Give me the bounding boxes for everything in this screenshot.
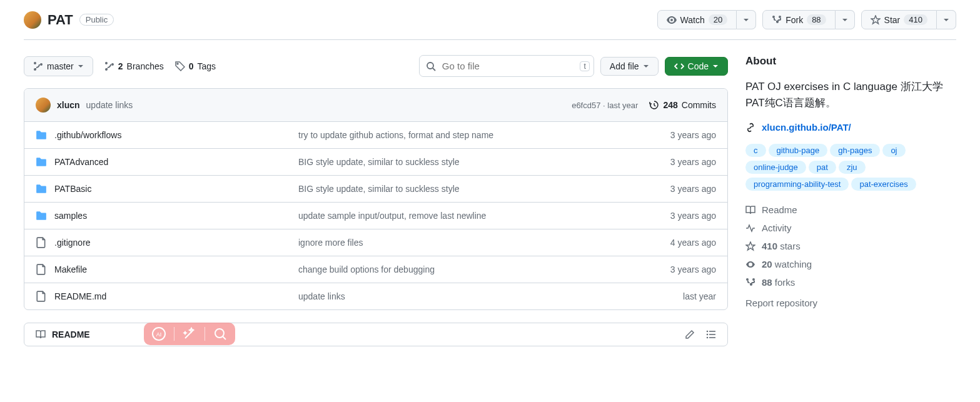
- topic-tag[interactable]: online-judge: [745, 161, 806, 174]
- activity-link[interactable]: Activity: [745, 223, 956, 233]
- caret-down-icon: [943, 17, 949, 23]
- file-name[interactable]: .gitignore: [54, 238, 91, 248]
- svg-point-2: [707, 331, 709, 333]
- svg-rect-5: [709, 334, 715, 335]
- tag-icon: [175, 61, 185, 71]
- search-kbd: t: [580, 61, 589, 71]
- branch-select-button[interactable]: master: [24, 56, 93, 76]
- star-icon: [745, 241, 755, 251]
- pulse-icon: [745, 223, 755, 233]
- topic-tag[interactable]: pat-exercises: [851, 178, 916, 191]
- watch-dropdown[interactable]: [737, 10, 756, 29]
- floating-ai-toolbar[interactable]: AI: [144, 323, 235, 345]
- readme-panel: README: [24, 323, 728, 346]
- star-icon: [871, 15, 881, 25]
- code-button[interactable]: Code: [665, 57, 728, 76]
- watch-button[interactable]: Watch 20: [657, 10, 737, 29]
- book-icon: [36, 329, 46, 339]
- watching-link[interactable]: 20 watching: [745, 259, 956, 269]
- file-name[interactable]: PATAdvanced: [54, 157, 108, 167]
- fork-icon: [772, 15, 782, 25]
- topic-tag[interactable]: zju: [839, 161, 866, 174]
- topic-tag[interactable]: pat: [809, 161, 836, 174]
- file-icon: [36, 291, 47, 302]
- repo-name[interactable]: PAT: [48, 12, 73, 28]
- file-row[interactable]: PATBasicBIG style update, similar to suc…: [24, 176, 727, 203]
- eye-icon: [667, 15, 677, 25]
- file-date: 3 years ago: [622, 157, 716, 167]
- readme-link[interactable]: Readme: [745, 204, 956, 215]
- owner-avatar[interactable]: [24, 11, 41, 29]
- caret-down-icon: [842, 17, 848, 23]
- tags-link[interactable]: 0 Tags: [175, 61, 216, 71]
- commit-sha-date[interactable]: e6fcd57 · last year: [572, 101, 638, 110]
- svg-point-4: [707, 334, 709, 336]
- history-icon: [649, 100, 659, 110]
- file-search-input[interactable]: [419, 55, 594, 77]
- file-name[interactable]: Makefile: [54, 264, 87, 274]
- repo-website-link[interactable]: xlucn.github.io/PAT/: [745, 122, 956, 133]
- file-row[interactable]: .gitignoreignore more files4 years ago: [24, 229, 727, 256]
- commits-link[interactable]: 248 Commits: [649, 100, 716, 110]
- caret-down-icon: [712, 63, 719, 69]
- file-commit-msg[interactable]: update sample input/output, remove last …: [298, 211, 622, 221]
- topic-tag[interactable]: github-page: [769, 144, 828, 157]
- edit-readme-button[interactable]: [685, 329, 695, 339]
- ai-chat-icon: AI: [151, 326, 166, 341]
- file-row[interactable]: README.mdupdate linkslast year: [24, 283, 727, 309]
- topic-tag[interactable]: programming-ability-test: [745, 178, 849, 191]
- file-name[interactable]: README.md: [54, 291, 106, 301]
- file-name[interactable]: samples: [54, 211, 87, 221]
- commit-author-avatar[interactable]: [36, 98, 51, 113]
- eye-icon: [745, 259, 755, 269]
- file-row[interactable]: PATAdvancedBIG style update, similar to …: [24, 149, 727, 176]
- file-commit-msg[interactable]: BIG style update, similar to suckless st…: [298, 157, 622, 167]
- pencil-icon: [685, 329, 695, 339]
- file-date: 4 years ago: [622, 238, 716, 248]
- file-row[interactable]: samplesupdate sample input/output, remov…: [24, 203, 727, 229]
- svg-point-6: [707, 337, 709, 339]
- file-date: 3 years ago: [622, 264, 716, 274]
- file-row[interactable]: Makefilechange build options for debuggi…: [24, 256, 727, 283]
- caret-down-icon: [643, 63, 649, 69]
- folder-icon: [36, 210, 47, 221]
- file-date: last year: [622, 291, 716, 301]
- forks-link[interactable]: 88 forks: [745, 277, 956, 288]
- outline-button[interactable]: [706, 329, 716, 339]
- add-file-button[interactable]: Add file: [600, 57, 659, 76]
- svg-rect-3: [709, 331, 715, 332]
- commit-author[interactable]: xlucn: [57, 100, 80, 110]
- search-circle-icon: [213, 326, 228, 341]
- file-row[interactable]: .github/workflowstry to update github ac…: [24, 122, 727, 149]
- magic-wand-icon: [182, 326, 197, 341]
- branch-icon: [104, 61, 114, 71]
- star-button[interactable]: Star 410: [861, 10, 937, 29]
- commit-message[interactable]: update links: [86, 100, 133, 110]
- file-commit-msg[interactable]: BIG style update, similar to suckless st…: [298, 184, 622, 194]
- file-commit-msg[interactable]: change build options for debugging: [298, 264, 622, 274]
- topic-tag[interactable]: c: [745, 144, 766, 157]
- star-dropdown[interactable]: [937, 10, 956, 29]
- topic-tag[interactable]: oj: [882, 144, 905, 157]
- file-commit-msg[interactable]: ignore more files: [298, 238, 622, 248]
- fork-dropdown[interactable]: [836, 10, 855, 29]
- folder-icon: [36, 183, 47, 194]
- caret-down-icon: [78, 63, 84, 69]
- file-commit-msg[interactable]: update links: [298, 291, 622, 301]
- file-commit-msg[interactable]: try to update github actions, format and…: [298, 130, 622, 140]
- visibility-badge: Public: [79, 14, 114, 26]
- stars-link[interactable]: 410 stars: [745, 241, 956, 251]
- file-name[interactable]: .github/workflows: [54, 130, 121, 140]
- branches-link[interactable]: 2 Branches: [104, 61, 164, 71]
- book-icon: [745, 205, 755, 215]
- svg-point-0: [177, 63, 178, 64]
- file-icon: [36, 237, 47, 248]
- search-icon: [426, 61, 436, 71]
- link-icon: [745, 123, 755, 133]
- readme-tab[interactable]: README: [36, 329, 90, 339]
- file-name[interactable]: PATBasic: [54, 184, 91, 194]
- caret-down-icon: [743, 17, 749, 23]
- fork-button[interactable]: Fork 88: [762, 10, 835, 29]
- topic-tag[interactable]: gh-pages: [830, 144, 880, 157]
- report-repo-link[interactable]: Report repository: [745, 298, 956, 308]
